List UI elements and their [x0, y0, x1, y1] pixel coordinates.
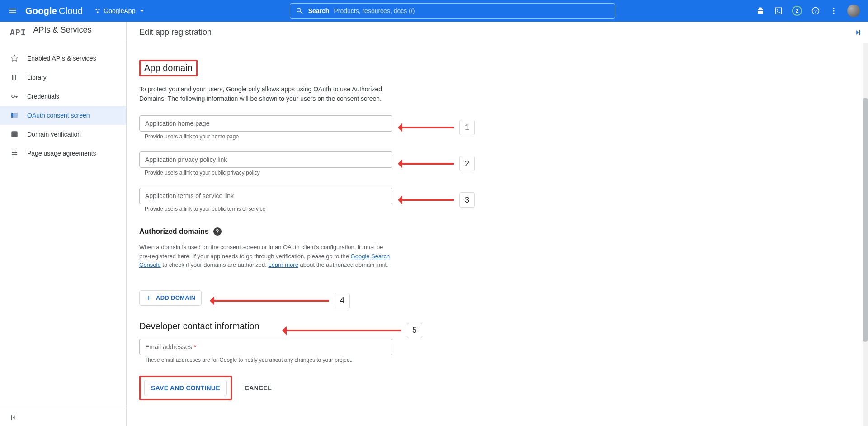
svg-rect-15	[14, 113, 18, 114]
home-page-placeholder: Application home page	[145, 120, 209, 127]
top-app-bar: Google Cloud GoogleApp Search Products, …	[0, 0, 868, 22]
home-page-input[interactable]: Application home page	[139, 115, 392, 132]
help-icon[interactable]: ?	[213, 227, 222, 236]
nav-menu-button[interactable]	[5, 4, 20, 18]
more-menu-icon[interactable]	[829, 6, 838, 15]
google-cloud-logo[interactable]: Google Cloud	[25, 6, 83, 16]
email-hint: These email addresses are for Google to …	[145, 357, 855, 363]
free-trial-icon[interactable]	[756, 6, 765, 15]
nav-label: Credentials	[27, 93, 59, 100]
page-usage-icon	[10, 149, 19, 158]
svg-point-0	[96, 9, 98, 10]
left-nav-collapse[interactable]	[0, 408, 126, 426]
nav-label: Library	[27, 74, 47, 81]
save-and-continue-button[interactable]: SAVE AND CONTINUE	[144, 380, 227, 396]
oauth-consent-icon	[10, 111, 19, 120]
callout-2: 2	[400, 156, 475, 171]
search-wrap: Search Products, resources, docs (/)	[152, 3, 752, 19]
callout-1: 1	[400, 120, 475, 135]
privacy-link-placeholder: Application privacy policy link	[145, 156, 227, 163]
app-domain-help: To protect you and your users, Google on…	[139, 85, 392, 104]
hamburger-icon	[8, 6, 17, 15]
library-icon	[10, 73, 19, 82]
enabled-apis-icon	[10, 54, 19, 63]
privacy-link-hint: Provide users a link to your public priv…	[145, 170, 855, 176]
left-nav: API APIs & Services Enabled APIs & servi…	[0, 22, 127, 426]
add-domain-button[interactable]: ADD DOMAIN	[139, 290, 202, 306]
app-domain-title: App domain	[139, 60, 198, 76]
project-picker[interactable]: GoogleApp	[92, 5, 149, 17]
arrow-icon	[284, 330, 401, 331]
dev-contact-title: Developer contact information	[139, 321, 259, 331]
collapse-right-icon	[853, 28, 862, 37]
tos-link-input[interactable]: Application terms of service link	[139, 188, 392, 204]
field-tos-link: Application terms of service link Provid…	[139, 188, 855, 212]
email-placeholder: Email addresses *	[145, 343, 196, 350]
action-row: SAVE AND CONTINUE CANCEL	[139, 376, 855, 400]
arrow-icon	[400, 199, 454, 201]
nav-domain-verification[interactable]: Domain verification	[0, 125, 126, 144]
svg-rect-14	[11, 116, 13, 117]
arrow-icon	[400, 127, 454, 128]
svg-rect-9	[14, 75, 14, 80]
callout-5: 5	[284, 323, 422, 338]
project-icon	[94, 8, 101, 14]
help-icon[interactable]: ?	[811, 6, 820, 15]
svg-point-11	[12, 95, 14, 98]
email-input[interactable]: Email addresses *	[139, 339, 392, 355]
nav-oauth-consent[interactable]: OAuth consent screen	[0, 106, 126, 125]
nav-items: Enabled APIs & services Library Credenti…	[0, 43, 126, 408]
arrow-icon	[400, 163, 454, 165]
arrow-icon	[212, 300, 329, 302]
google-word: Google	[25, 6, 57, 16]
svg-rect-16	[14, 115, 18, 116]
nav-credentials[interactable]: Credentials	[0, 87, 126, 106]
cancel-button[interactable]: CANCEL	[245, 384, 272, 392]
search-placeholder: Products, resources, docs (/)	[334, 7, 415, 14]
authorized-domains-body: When a domain is used on the consent scr…	[139, 243, 392, 270]
field-email: Email addresses * These email addresses …	[139, 339, 855, 363]
callout-3: 3	[400, 192, 475, 208]
account-avatar[interactable]	[847, 5, 860, 17]
auth-body-post: about the authorized domain limit.	[298, 261, 388, 268]
authorized-domains-text: Authorized domains	[139, 227, 209, 236]
nav-page-usage-agreements[interactable]: Page usage agreements	[0, 144, 126, 163]
svg-rect-8	[12, 75, 13, 80]
right-panel-toggle[interactable]	[851, 26, 863, 39]
dev-contact-title-row: Developer contact information 5	[139, 321, 855, 331]
dropdown-caret-icon	[138, 7, 146, 15]
callout-number: 4	[335, 293, 350, 308]
notifications-count: 2	[796, 8, 799, 14]
callout-number: 5	[407, 323, 422, 338]
cloud-word: Cloud	[59, 6, 83, 16]
home-page-hint: Provide users a link to your home page	[145, 133, 855, 140]
svg-rect-12	[11, 113, 13, 114]
add-domain-row: ADD DOMAIN 4	[139, 281, 855, 306]
main-scrollbar[interactable]	[863, 43, 868, 426]
scrollbar-thumb[interactable]	[863, 98, 868, 342]
project-name: GoogleApp	[104, 7, 135, 14]
left-nav-title: APIs & Services	[33, 25, 92, 35]
page-title: Edit app registration	[127, 22, 868, 43]
global-search[interactable]: Search Products, resources, docs (/)	[290, 3, 615, 19]
nav-enabled-apis[interactable]: Enabled APIs & services	[0, 49, 126, 68]
credentials-icon	[10, 92, 19, 101]
page-title-text: Edit app registration	[139, 28, 212, 37]
callout-number: 1	[459, 120, 475, 135]
learn-more-link[interactable]: Learn more	[268, 261, 298, 268]
page-body: API APIs & Services Enabled APIs & servi…	[0, 22, 868, 426]
svg-rect-17	[14, 116, 18, 117]
privacy-link-input[interactable]: Application privacy policy link	[139, 151, 392, 168]
left-nav-header[interactable]: API APIs & Services	[0, 22, 126, 43]
add-domain-label: ADD DOMAIN	[156, 294, 196, 301]
notifications-badge[interactable]: 2	[792, 6, 802, 16]
nav-library[interactable]: Library	[0, 68, 126, 87]
auth-body-mid: to check if your domains are authorized.	[161, 261, 269, 268]
plus-icon	[145, 294, 152, 302]
nav-label: Enabled APIs & services	[27, 55, 96, 62]
content: App domain To protect you and your users…	[127, 43, 868, 418]
svg-point-5	[833, 8, 835, 9]
nav-label: OAuth consent screen	[27, 112, 90, 119]
cloud-shell-icon[interactable]	[774, 6, 783, 15]
svg-rect-20	[859, 30, 860, 35]
